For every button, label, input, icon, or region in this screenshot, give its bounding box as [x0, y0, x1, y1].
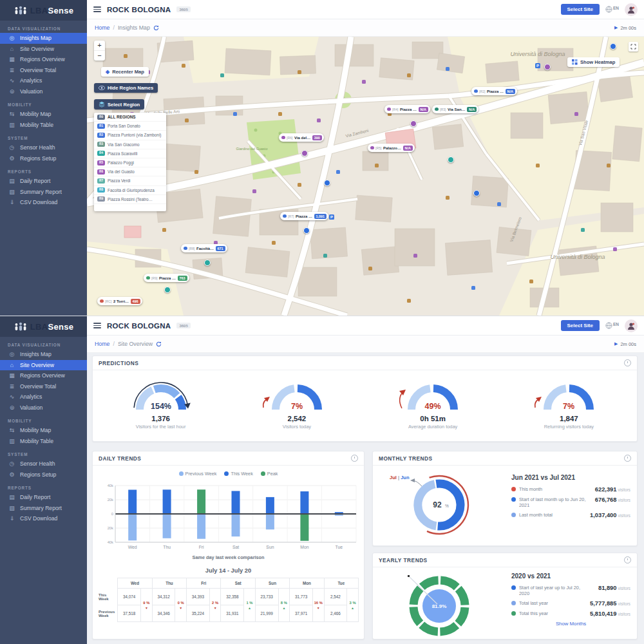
- sidebar-item-valuation[interactable]: ⊚Valuation: [0, 402, 87, 413]
- region-badge: R6: [97, 169, 105, 175]
- play-icon[interactable]: ▶: [614, 341, 618, 346]
- breadcrumb-home[interactable]: Home: [95, 341, 109, 347]
- region-option-R8[interactable]: R8Facoltà di Giurisprudenza: [94, 186, 166, 195]
- map-marker-R4[interactable]: [R4]Piazza …N/A: [384, 105, 430, 113]
- sidebar-item-valuation[interactable]: ⊚Valuation: [0, 86, 87, 97]
- region-option-R5[interactable]: R5Palazzo Poggi: [94, 158, 166, 167]
- language-switch[interactable]: EN: [605, 6, 619, 13]
- language-switch[interactable]: EN: [605, 322, 619, 329]
- sidebar-item-site-overview[interactable]: ⌂Site Overview: [0, 44, 87, 55]
- sidebar-item-daily-report[interactable]: ▤Daily Report: [0, 176, 87, 187]
- region-option-R4[interactable]: R4Piazza Scaravilli: [94, 149, 166, 158]
- region-option-R7[interactable]: R7Piazza Verdi: [94, 176, 166, 185]
- zoom-out-button[interactable]: −: [94, 51, 105, 61]
- svg-text:Sun: Sun: [266, 545, 274, 549]
- map-marker-R8[interactable]: [R8]Facoltà…671: [181, 244, 227, 252]
- sidebar-item-analytics[interactable]: ∿Analytics: [0, 75, 87, 86]
- region-dot-marker[interactable]: [473, 190, 480, 196]
- user-avatar[interactable]: [625, 319, 638, 332]
- user-avatar[interactable]: [625, 3, 638, 16]
- map-marker-R2[interactable]: [R2]Piazza …N/A: [471, 87, 517, 95]
- select-site-button[interactable]: Select Site: [561, 4, 600, 15]
- region-option-R6[interactable]: R6Via del Guasto: [94, 167, 166, 176]
- region-option-R2[interactable]: R2Piazza Puntoni (via Zamboni): [94, 131, 166, 140]
- sidebar-item-regions-overview[interactable]: ▦Regions Overview: [0, 54, 87, 65]
- legend-value: 81,890visitors: [598, 585, 630, 591]
- sidebar-item-mobility-table[interactable]: ▥Mobility Table: [0, 120, 87, 131]
- region-dot-marker[interactable]: [164, 287, 171, 293]
- arrow-up-icon: ▲: [348, 606, 357, 610]
- legend-value: 1,037,400visitors: [590, 512, 630, 518]
- sidebar-nav: DATA VISUALIZATION◎Insights Map⌂Site Ove…: [0, 343, 87, 524]
- fullscreen-button[interactable]: [629, 42, 638, 52]
- sidebar-item-insights-map[interactable]: ◎Insights Map: [0, 33, 87, 44]
- region-dot-marker[interactable]: [303, 227, 310, 234]
- region-dot-marker[interactable]: [544, 64, 551, 70]
- sidebar-item-mobility-table[interactable]: ▥Mobility Table: [0, 436, 87, 447]
- sidebar-item-sensor-health[interactable]: ◷Sensor Health: [0, 142, 87, 153]
- show-months-link[interactable]: Show Months: [511, 621, 630, 627]
- collapse-icon[interactable]: [624, 455, 631, 462]
- map-label: Università di Bologna: [510, 51, 565, 57]
- sidebar-item-summary-report[interactable]: ▧Summary Report: [0, 503, 87, 514]
- region-dot-marker[interactable]: [324, 180, 330, 186]
- sidebar-item-regions-overview[interactable]: ▦Regions Overview: [0, 370, 87, 381]
- sidebar-item-daily-report[interactable]: ▤Daily Report: [0, 492, 87, 503]
- breadcrumb-home[interactable]: Home: [95, 24, 109, 31]
- select-site-button[interactable]: Select Site: [561, 320, 600, 331]
- region-dot-marker[interactable]: [610, 43, 616, 50]
- download-icon: ⇓: [8, 199, 15, 205]
- sidebar-item-overview-total[interactable]: ≣Overview Total: [0, 65, 87, 76]
- region-option-R9[interactable]: R9Piazza Rossini (Teatro…: [94, 195, 166, 204]
- map-marker-RC[interactable]: [RC]2 Torri…496: [97, 297, 142, 305]
- map-marker-R9[interactable]: [R9]Piazza …763: [144, 274, 189, 282]
- sidebar-item-regions-setup[interactable]: ⚙Regions Setup: [0, 469, 87, 480]
- region-dot-marker[interactable]: [301, 150, 308, 156]
- sidebar-item-csv-download[interactable]: ⇓CSV Download: [0, 197, 87, 208]
- refresh-timer: 2m 00s: [620, 25, 636, 31]
- sidebar-item-summary-report[interactable]: ▧Summary Report: [0, 187, 87, 198]
- play-icon[interactable]: ▶: [614, 25, 618, 30]
- map-canvas[interactable]: PPPUniversità di BolognaUniversità di Bo…: [87, 37, 644, 316]
- sidebar-item-analytics[interactable]: ∿Analytics: [0, 392, 87, 402]
- table-cell: 2,466: [324, 605, 347, 622]
- nav-section-title: DATA VISUALIZATION: [8, 343, 87, 347]
- recenter-map-button[interactable]: ◈Recenter Map: [101, 67, 149, 77]
- sidebar-item-sensor-health[interactable]: ◷Sensor Health: [0, 459, 87, 469]
- select-region-button[interactable]: Select Region: [94, 99, 144, 109]
- collapse-icon[interactable]: [624, 359, 631, 366]
- refresh-icon[interactable]: [153, 25, 159, 31]
- region-option-R1[interactable]: R1Porta San Donato: [94, 122, 166, 131]
- comparison-heading: Jun 2021 vs Jul 2021: [511, 474, 630, 481]
- sidebar-item-mobility-map[interactable]: ⇆Mobility Map: [0, 109, 87, 120]
- region-option-R0[interactable]: R0ALL REGIONS: [94, 113, 166, 122]
- brand-name: LBASense: [30, 6, 73, 15]
- region-dot-marker[interactable]: [410, 120, 417, 127]
- menu-icon[interactable]: [93, 321, 101, 330]
- sidebar-item-label: Mobility Table: [20, 122, 53, 128]
- region-option-R3[interactable]: R3Via San Giacomo: [94, 140, 166, 149]
- map-marker-R7[interactable]: [R7]Piazza …1,091: [280, 212, 328, 220]
- sidebar-item-insights-map[interactable]: ◎Insights Map: [0, 349, 87, 360]
- sidebar-item-site-overview[interactable]: ⌂Site Overview: [0, 360, 87, 371]
- refresh-icon[interactable]: [156, 341, 162, 347]
- breadcrumb-separator: /: [113, 341, 114, 347]
- marker-value-badge: N/A: [403, 146, 413, 151]
- sidebar-item-regions-setup[interactable]: ⚙Regions Setup: [0, 153, 87, 164]
- map-marker-R3[interactable]: [R3]Via San…N/A: [432, 105, 478, 113]
- collapse-icon[interactable]: [624, 556, 631, 564]
- map-label: Università di Bologna: [550, 254, 605, 260]
- show-heatmap-button[interactable]: Show Heatmap: [567, 57, 620, 67]
- sidebar-item-overview-total[interactable]: ≣Overview Total: [0, 381, 87, 392]
- sidebar-item-csv-download[interactable]: ⇓CSV Download: [0, 513, 87, 524]
- region-dot-marker[interactable]: [204, 260, 211, 266]
- map-marker-R5[interactable]: [R5]Palazzo…N/A: [368, 144, 415, 152]
- sidebar-item-mobility-map[interactable]: ⇆Mobility Map: [0, 425, 87, 436]
- nav-section-title: MOBILITY: [8, 419, 87, 423]
- zoom-in-button[interactable]: +: [94, 41, 105, 51]
- collapse-icon[interactable]: [351, 455, 358, 462]
- hide-region-names-button[interactable]: Hide Region Names: [94, 83, 158, 93]
- menu-icon[interactable]: [93, 5, 101, 14]
- map-marker-R6[interactable]: [R6]Via del…390: [279, 133, 324, 142]
- region-dot-marker[interactable]: [448, 156, 454, 163]
